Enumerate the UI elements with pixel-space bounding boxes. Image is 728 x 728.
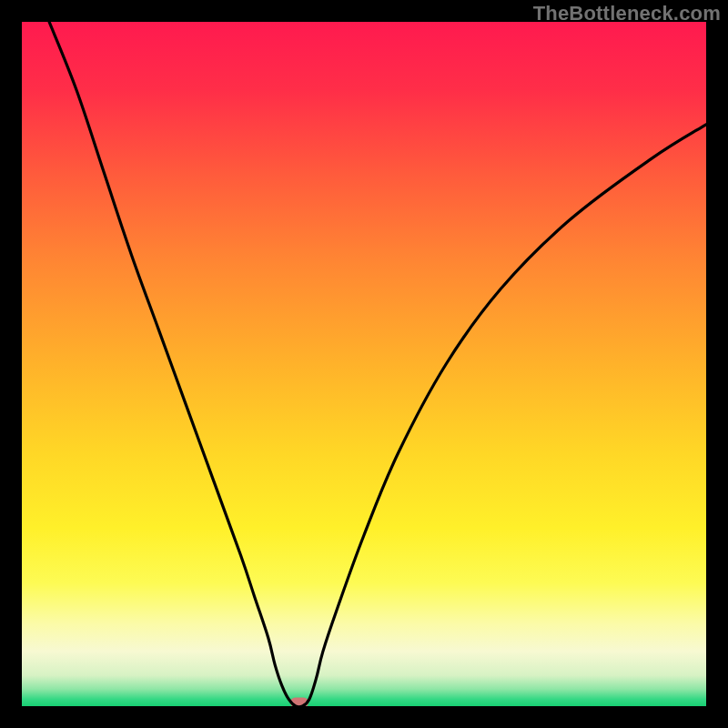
chart-container: TheBottleneck.com [0, 0, 728, 728]
plot-area [22, 22, 706, 706]
watermark-text: TheBottleneck.com [533, 2, 721, 25]
bottleneck-curve [22, 22, 706, 706]
